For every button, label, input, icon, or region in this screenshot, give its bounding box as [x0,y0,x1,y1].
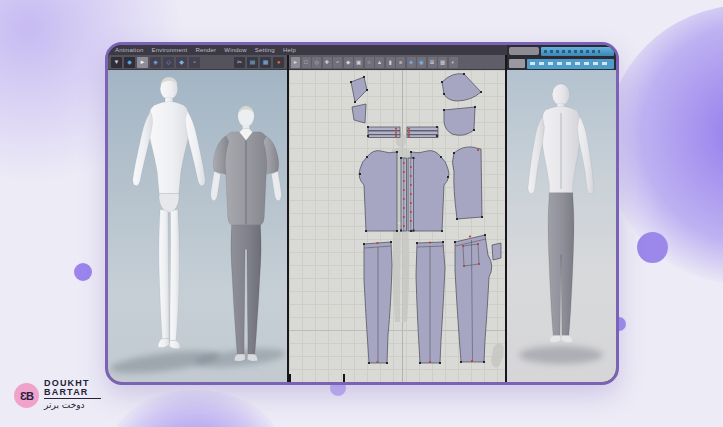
toolbar-2d: ►□◇✚≈◆▣○▲▮≡◈◉⊞▦◐ [289,55,505,70]
brand-logo-text: DOUKHT BARTAR دوخت برتر [44,379,101,410]
board-handle-tick[interactable] [289,374,291,382]
panel-button[interactable] [509,47,539,55]
pattern-trouser-back[interactable] [455,235,492,362]
brand-divider [44,398,101,399]
menu-help[interactable]: Help [283,47,296,53]
edit-pattern-icon[interactable]: ◇ [312,57,321,68]
polygon-tool-icon[interactable]: ◆ [344,57,353,68]
pattern-shirt-back[interactable] [453,147,483,219]
menu-animation[interactable]: Animation [115,47,143,53]
notch-tool-icon[interactable]: ▮ [386,57,395,68]
avatar-nude-figure [124,74,214,368]
object-browser-header [507,45,616,57]
object-browser-titlebar[interactable] [541,47,614,56]
grading-icon[interactable]: ⊞ [428,57,437,68]
board-handle-tick[interactable] [343,374,345,382]
texture-a-icon[interactable]: ▤ [247,57,258,68]
menu-render[interactable]: Render [195,47,216,53]
brand-logo: ƐB DOUKHT BARTAR دوخت برتر [14,379,101,410]
avatar-dressed-figure [202,103,287,363]
object-browser-tabs [507,57,616,70]
dart-tool-icon[interactable]: ▲ [375,57,384,68]
garment-show-icon[interactable]: ▼ [111,57,122,68]
brand-name-line2: BARTAR [44,388,101,397]
toolbar-3d-left-group: ▼◆►◈◇◆▫ [111,57,200,68]
measure-tool-icon[interactable]: ▫ [189,57,200,68]
panel-2d: ►□◇✚≈◆▣○▲▮≡◈◉⊞▦◐ [289,55,505,382]
segment-sew-icon[interactable]: ◈ [407,57,416,68]
menu-environment[interactable]: Environment [151,47,187,53]
pattern-collar[interactable] [442,74,481,101]
workspace: ▼◆►◈◇◆▫ ✂▤▦● [108,55,507,382]
brand-monogram-text: ƐB [20,390,33,402]
pattern-pieces-layer [289,70,505,382]
seam-tool-icon[interactable]: ≡ [396,57,405,68]
brand-monogram-icon: ƐB [14,383,39,408]
brand-name-persian: دوخت برتر [44,400,101,410]
curve-edit-icon[interactable]: ≈ [333,57,342,68]
box-select-icon[interactable]: □ [302,57,311,68]
menu-setting[interactable]: Setting [255,47,275,53]
add-point-icon[interactable]: ✚ [323,57,332,68]
avatar-show-icon[interactable]: ◆ [124,57,135,68]
pattern-collar-band-right[interactable] [407,127,438,138]
menu-bar: AnimationEnvironmentRenderWindowSettingH… [108,45,507,55]
pattern-shirt-front-left[interactable] [359,151,397,231]
toolbar-3d-right-group: ✂▤▦● [234,57,284,68]
zoom-2d-icon[interactable]: ◐ [449,57,458,68]
viewport-right-canvas[interactable] [507,70,616,382]
panel-right [507,45,616,382]
app-window: AnimationEnvironmentRenderWindowSettingH… [105,42,619,385]
texture-2d-icon[interactable]: ▦ [438,57,447,68]
panel-tab-strip[interactable] [527,59,614,69]
decor-blob-bottom [108,390,283,427]
pattern-collar-small-1[interactable] [351,77,367,102]
toolbar-3d: ▼◆►◈◇◆▫ ✂▤▦● [108,55,287,70]
rectangle-tool-icon[interactable]: ▣ [354,57,363,68]
pattern-pocket-piece[interactable] [492,243,501,260]
sewing-tool-icon[interactable]: ◇ [163,57,174,68]
texture-b-icon[interactable]: ▦ [260,57,271,68]
pattern-trouser-leg-2[interactable] [416,242,445,363]
pattern-shirt-front-right[interactable] [411,151,449,231]
decor-dot-right [637,232,668,263]
circle-tool-icon[interactable]: ○ [365,57,374,68]
scissors-icon[interactable]: ✂ [234,57,245,68]
menu-window[interactable]: Window [224,47,247,53]
viewport-3d-canvas[interactable] [108,70,287,382]
pattern-pieces[interactable] [351,74,501,363]
app-main-area: AnimationEnvironmentRenderWindowSettingH… [108,45,507,382]
decor-dot-left [74,263,92,281]
avatar-back-figure [517,80,605,352]
panel-tab[interactable] [509,59,525,68]
free-sew-icon[interactable]: ◉ [417,57,426,68]
pattern-sleeve-cap[interactable] [444,107,475,135]
pin-tool-icon[interactable]: ◈ [150,57,161,68]
record-icon[interactable]: ● [273,57,284,68]
sewing-free-tool-icon[interactable]: ◆ [176,57,187,68]
pattern-board-canvas[interactable] [289,70,505,382]
select-tool-icon[interactable]: ► [137,57,148,68]
pattern-collar-small-2[interactable] [352,104,366,123]
panel-3d: ▼◆►◈◇◆▫ ✂▤▦● [108,55,287,382]
select-2d-icon[interactable]: ► [291,57,300,68]
